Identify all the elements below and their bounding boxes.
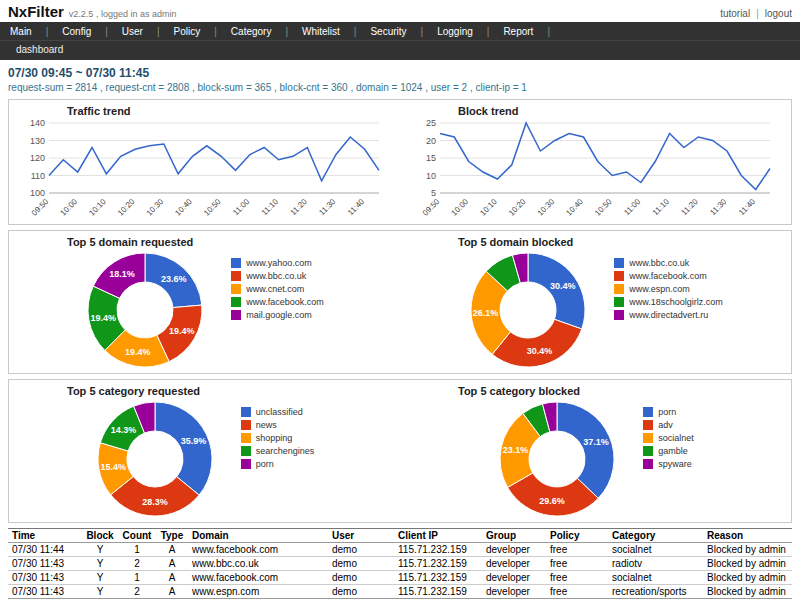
table-cell: Y — [82, 557, 118, 571]
table-cell: www.facebook.com — [188, 543, 328, 557]
table-cell: A — [156, 543, 188, 557]
svg-text:10:50: 10:50 — [202, 197, 223, 218]
top5-domain-blocked-chart: Top 5 domain blocked30.4%30.4%26.1%www.b… — [400, 234, 791, 370]
nav-item-logging[interactable]: Logging — [437, 26, 473, 37]
domain-charts-row: Top 5 domain requested23.6%19.4%19.4%19.… — [8, 230, 792, 374]
nav-separator: | — [487, 26, 490, 37]
table-cell: www.espn.com — [188, 585, 328, 599]
nav-separator: | — [105, 26, 108, 37]
nav-item-user[interactable]: User — [122, 26, 143, 37]
table-cell: 115.71.232.159 — [394, 543, 482, 557]
slice-percent-label: 19.4% — [91, 313, 117, 323]
log-table: TimeBlockCountTypeDomainUserClient IPGro… — [8, 528, 792, 599]
table-cell: 115.71.232.159 — [394, 571, 482, 585]
table-cell: Blocked by admin — [703, 571, 792, 585]
donut-chart-canvas: 35.9%28.3%15.4%14.3% — [95, 399, 215, 519]
legend-swatch — [231, 310, 241, 320]
subnav-item-dashboard[interactable]: dashboard — [16, 44, 63, 55]
top-link-tutorial[interactable]: tutorial — [720, 8, 750, 19]
legend-item: unclassified — [241, 407, 315, 417]
legend-swatch — [241, 446, 251, 456]
slice-percent-label: 30.4% — [527, 346, 553, 356]
nav-item-config[interactable]: Config — [62, 26, 91, 37]
legend-label: socialnet — [658, 433, 694, 443]
table-cell: www.bbc.co.uk — [188, 557, 328, 571]
donut-chart-area: 37.1%29.6%23.1%pornadvsocialnetgamblespy… — [497, 399, 694, 519]
top5-category-requested-chart: Top 5 category requested35.9%28.3%15.4%1… — [9, 383, 400, 519]
donut-chart-canvas: 37.1%29.6%23.1% — [497, 399, 617, 519]
svg-text:10:10: 10:10 — [478, 197, 499, 218]
pie-slice — [557, 402, 614, 498]
chart-title: Traffic trend — [67, 105, 131, 117]
svg-text:20: 20 — [425, 136, 435, 146]
donut-chart-area: 35.9%28.3%15.4%14.3%unclassifiednewsshop… — [95, 399, 315, 519]
svg-text:10:20: 10:20 — [115, 197, 136, 218]
slice-percent-label: 28.3% — [142, 497, 168, 507]
svg-text:09:50: 09:50 — [420, 197, 441, 218]
table-cell: A — [156, 571, 188, 585]
chart-title: Top 5 domain requested — [67, 236, 193, 248]
legend-swatch — [231, 297, 241, 307]
nav-item-security[interactable]: Security — [370, 26, 406, 37]
legend-label: www.facebook.com — [629, 271, 707, 281]
sub-nav: dashboard — [0, 40, 800, 60]
table-cell: Y — [82, 543, 118, 557]
legend-item: www.directadvert.ru — [614, 310, 723, 320]
column-header-count: Count — [118, 529, 156, 543]
table-cell: radiotv — [608, 557, 703, 571]
column-header-type: Type — [156, 529, 188, 543]
table-cell: Blocked by admin — [703, 585, 792, 599]
log-table-head: TimeBlockCountTypeDomainUserClient IPGro… — [8, 529, 792, 543]
legend-label: adv — [658, 420, 673, 430]
table-cell: recreation/sports — [608, 585, 703, 599]
slice-percent-label: 14.3% — [111, 425, 137, 435]
nav-item-category[interactable]: Category — [231, 26, 272, 37]
table-cell: demo — [328, 571, 394, 585]
nav-item-whitelist[interactable]: Whitelist — [302, 26, 340, 37]
table-cell: A — [156, 585, 188, 599]
nav-item-report[interactable]: Report — [503, 26, 533, 37]
legend-label: gamble — [658, 446, 688, 456]
legend-swatch — [614, 297, 624, 307]
top-links: tutorial|logout — [714, 8, 792, 19]
column-header-time: Time — [8, 529, 82, 543]
legend-item: adv — [643, 420, 694, 430]
table-cell: A — [156, 557, 188, 571]
nav-item-main[interactable]: Main — [10, 26, 32, 37]
version-text: v2.2.5 , logged in as admin — [69, 9, 177, 19]
legend-swatch — [614, 310, 624, 320]
traffic-trend-chart: Traffic trend10011012013014009:5010:0010… — [9, 103, 400, 221]
legend-swatch — [241, 420, 251, 430]
table-cell: 115.71.232.159 — [394, 557, 482, 571]
legend-label: www.espn.com — [629, 284, 690, 294]
legend-swatch — [241, 459, 251, 469]
table-cell: Blocked by admin — [703, 557, 792, 571]
legend-item: mail.google.com — [231, 310, 324, 320]
nav-item-policy[interactable]: Policy — [174, 26, 201, 37]
legend-label: unclassified — [256, 407, 303, 417]
legend-swatch — [231, 271, 241, 281]
column-header-reason: Reason — [703, 529, 792, 543]
legend-item: www.facebook.com — [614, 271, 723, 281]
svg-text:11:00: 11:00 — [622, 197, 642, 217]
donut-chart-canvas: 30.4%30.4%26.1% — [468, 250, 588, 370]
legend-item: gamble — [643, 446, 694, 456]
dashboard-content: 07/30 09:45 ~ 07/30 11:45 request-sum = … — [0, 60, 800, 599]
table-header-row: TimeBlockCountTypeDomainUserClient IPGro… — [8, 529, 792, 543]
chart-legend: pornadvsocialnetgamblespyware — [643, 407, 694, 469]
legend-label: www.bbc.co.uk — [246, 271, 306, 281]
legend-swatch — [231, 284, 241, 294]
slice-percent-label: 37.1% — [584, 437, 610, 447]
top-link-logout[interactable]: logout — [765, 8, 792, 19]
table-cell: 115.71.232.159 — [394, 585, 482, 599]
slice-percent-label: 18.1% — [110, 269, 136, 279]
legend-label: shopping — [256, 433, 293, 443]
legend-label: www.yahoo.com — [246, 258, 312, 268]
table-cell: Blocked by admin — [703, 543, 792, 557]
donut-chart-area: 23.6%19.4%19.4%19.4%18.1%www.yahoo.comww… — [85, 250, 324, 370]
table-cell: 2 — [118, 557, 156, 571]
table-cell: 07/30 11:44 — [8, 543, 82, 557]
legend-swatch — [614, 271, 624, 281]
table-cell: developer — [482, 585, 546, 599]
legend-label: news — [256, 420, 277, 430]
